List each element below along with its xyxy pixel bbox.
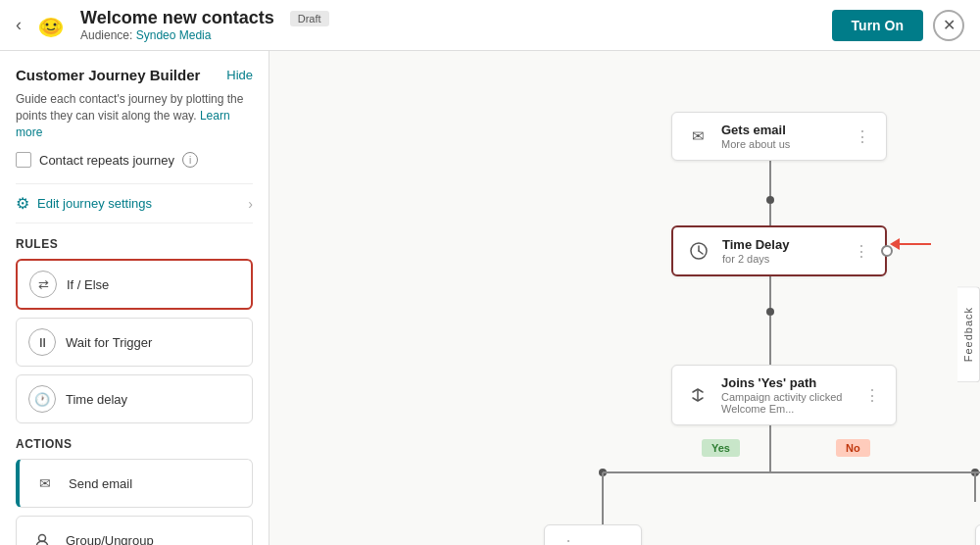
header-actions: Turn On ✕ xyxy=(832,10,964,41)
page-title: Welcome new contacts xyxy=(80,8,274,28)
gets-email-title: Gets email xyxy=(721,123,841,137)
time-delay-subtitle: for 2 days xyxy=(722,253,840,265)
node-send-email-partial[interactable]: ⋮ xyxy=(544,524,642,545)
chevron-right-icon: › xyxy=(248,196,253,212)
action-label-group-ungroup: Group/Ungroup xyxy=(66,533,154,545)
edit-journey-settings[interactable]: ⚙ Edit journey settings › xyxy=(16,183,253,223)
app-header: ‹ Welcome new contacts Draft Audience: S… xyxy=(0,0,980,51)
svg-point-16 xyxy=(971,469,979,476)
rule-label-time-delay: Time delay xyxy=(66,392,127,407)
time-delay-node-icon xyxy=(685,237,712,265)
node-joins-yes-2[interactable]: Joins 'Yes' path Campaign activity opene… xyxy=(975,524,980,545)
joins-yes-1-subtitle: Campaign activity clicked Welcome Em... xyxy=(721,391,851,415)
actions-section: Actions ✉ Send email Group/Ungroup xyxy=(16,437,253,545)
svg-point-15 xyxy=(599,469,607,476)
rule-item-wait-trigger[interactable]: ⏸ Wait for Trigger xyxy=(16,318,253,367)
header-title-area: Welcome new contacts Draft Audience: Syn… xyxy=(80,8,329,42)
rule-item-time-delay[interactable]: 🕐 Time delay xyxy=(16,374,253,423)
sidebar-title: Customer Journey Builder xyxy=(16,67,200,83)
svg-point-4 xyxy=(54,23,57,25)
rule-label-if-else: If / Else xyxy=(67,277,109,292)
close-icon: ✕ xyxy=(943,16,956,34)
action-label-send-email: Send email xyxy=(69,476,132,491)
sidebar: Customer Journey Builder Hide Guide each… xyxy=(0,51,270,545)
send-email-icon: ✉ xyxy=(31,470,59,497)
joins-yes-1-icon xyxy=(684,381,711,409)
if-else-icon: ⇄ xyxy=(29,271,57,298)
close-button[interactable]: ✕ xyxy=(933,10,964,41)
node-time-delay[interactable]: Time Delay for 2 days ⋮ xyxy=(671,225,887,276)
yes-badge-1: Yes xyxy=(702,439,740,457)
contact-repeats-checkbox[interactable] xyxy=(16,152,31,168)
sidebar-header: Customer Journey Builder Hide xyxy=(16,67,253,83)
group-ungroup-icon xyxy=(28,526,56,545)
svg-point-9 xyxy=(766,196,774,204)
time-delay-icon: 🕐 xyxy=(28,385,56,413)
back-button[interactable]: ‹ xyxy=(16,15,22,35)
time-delay-menu[interactable]: ⋮ xyxy=(850,240,873,263)
red-arrow xyxy=(892,243,931,245)
main-layout: Customer Journey Builder Hide Guide each… xyxy=(0,51,980,545)
contact-repeats-label: Contact repeats journey xyxy=(39,153,174,168)
rule-label-wait-trigger: Wait for Trigger xyxy=(66,335,152,350)
email-node-icon: ✉ xyxy=(684,123,711,150)
settings-icon: ⚙ xyxy=(16,194,29,213)
no-badge-1: No xyxy=(836,439,870,457)
info-icon[interactable]: i xyxy=(182,152,198,168)
node-joins-yes-1[interactable]: Joins 'Yes' path Campaign activity click… xyxy=(671,365,897,425)
svg-line-26 xyxy=(699,251,703,254)
journey-canvas[interactable]: ✉ Gets email More about us ⋮ Time Delay … xyxy=(270,51,980,545)
send-email-partial-menu[interactable]: ⋮ xyxy=(557,535,580,545)
sidebar-description: Guide each contact's journey by plotting… xyxy=(16,91,253,140)
rules-section-label: Rules xyxy=(16,237,253,251)
hide-button[interactable]: Hide xyxy=(226,68,253,82)
action-item-send-email[interactable]: ✉ Send email xyxy=(16,459,253,508)
svg-point-3 xyxy=(46,23,49,25)
gets-email-menu[interactable]: ⋮ xyxy=(851,125,874,148)
rule-item-if-else[interactable]: ⇄ If / Else xyxy=(16,259,253,310)
time-delay-title: Time Delay xyxy=(722,237,840,252)
node-gets-email[interactable]: ✉ Gets email More about us ⋮ xyxy=(671,112,887,161)
status-badge: Draft xyxy=(290,11,329,26)
edit-settings-label: Edit journey settings xyxy=(37,196,152,211)
feedback-tab[interactable]: Feedback xyxy=(957,286,980,382)
wait-trigger-icon: ⏸ xyxy=(28,328,56,356)
actions-section-label: Actions xyxy=(16,437,253,451)
turn-on-button[interactable]: Turn On xyxy=(832,10,923,41)
gets-email-subtitle: More about us xyxy=(721,138,841,150)
joins-yes-1-menu[interactable]: ⋮ xyxy=(860,384,884,407)
svg-point-12 xyxy=(766,308,774,316)
app-logo xyxy=(33,8,69,43)
audience-link[interactable]: Syndeo Media xyxy=(136,28,212,42)
contact-repeats-row: Contact repeats journey i xyxy=(16,152,253,168)
svg-point-5 xyxy=(41,24,45,29)
svg-point-6 xyxy=(57,24,61,29)
action-item-group-ungroup[interactable]: Group/Ungroup xyxy=(16,516,253,545)
joins-yes-1-title: Joins 'Yes' path xyxy=(721,375,851,390)
audience-label: Audience: Syndeo Media xyxy=(80,28,329,42)
